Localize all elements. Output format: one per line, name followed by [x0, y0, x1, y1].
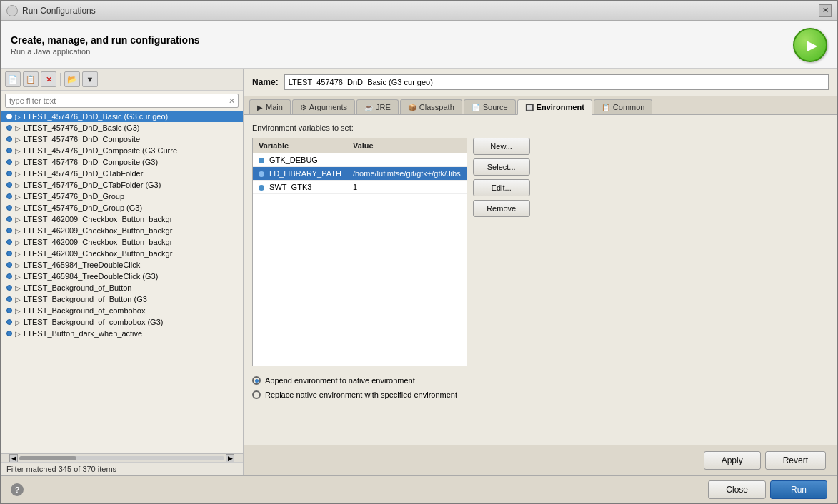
tree-item-3[interactable]: ▷ LTEST_457476_DnD_Composite (G3 Curre [1, 145, 243, 156]
item-radio-2 [6, 136, 12, 142]
tree-item-4[interactable]: ▷ LTEST_457476_DnD_Composite (G3) [1, 156, 243, 168]
left-panel: 📄 📋 ✕ 📂 ▼ ✕ ▷ LTEST_457476_DnD_Basic (G3… [1, 69, 244, 475]
select-env-btn[interactable]: Select... [473, 158, 530, 176]
table-row-0[interactable]: GTK_DEBUG [253, 153, 467, 167]
header-title: Create, manage, and run configurations [11, 34, 200, 46]
tree-list[interactable]: ▷ LTEST_457476_DnD_Basic (G3 cur geo) ▷ … [1, 111, 243, 453]
col-header-value: Value [347, 138, 467, 153]
scroll-right-btn[interactable]: ▶ [226, 454, 234, 463]
item-label-12: LTEST_462009_Checkbox_Button_backgr [24, 249, 172, 258]
radio-append[interactable]: Append environment to native environment [252, 376, 829, 385]
window-close-btn[interactable]: ✕ [819, 4, 832, 17]
item-radio-19 [6, 331, 12, 336]
jre-tab-icon: ☕ [364, 104, 373, 111]
row2-value: 1 [347, 181, 467, 194]
delete-btn[interactable]: ✕ [41, 71, 56, 87]
name-input[interactable] [284, 74, 829, 90]
item-icon-0: ▷ [15, 113, 21, 121]
tab-common[interactable]: 📋 Common [594, 99, 653, 114]
name-row: Name: [244, 69, 837, 96]
item-label-6: LTEST_457476_DnD_CTabFolder (G3) [24, 181, 161, 189]
tree-item-16[interactable]: ▷ LTEST_Background_of_Button (G3_ [1, 293, 243, 305]
row2-variable: SWT_GTK3 [253, 181, 347, 194]
item-label-14: LTEST_465984_TreeDoubleClick (G3) [24, 272, 158, 281]
item-label-18: LTEST_Background_of_combobox (G3) [24, 318, 163, 326]
tree-item-7[interactable]: ▷ LTEST_457476_DnD_Group [1, 191, 243, 202]
scrollbar-thumb[interactable] [19, 456, 76, 460]
common-tab-icon: 📋 [602, 104, 610, 111]
tree-item-10[interactable]: ▷ LTEST_462009_Checkbox_Button_backgr [1, 225, 243, 236]
tree-item-12[interactable]: ▷ LTEST_462009_Checkbox_Button_backgr [1, 248, 243, 259]
collapse-btn[interactable]: 📂 [64, 71, 80, 87]
tree-item-0[interactable]: ▷ LTEST_457476_DnD_Basic (G3 cur geo) [1, 111, 243, 122]
item-radio-1 [6, 125, 12, 131]
item-radio-13 [6, 262, 12, 268]
edit-env-btn[interactable]: Edit... [473, 179, 530, 196]
tree-item-9[interactable]: ▷ LTEST_462009_Checkbox_Button_backgr [1, 213, 243, 225]
tree-item-8[interactable]: ▷ LTEST_457476_DnD_Group (G3) [1, 202, 243, 213]
radio-replace-label: Replace native environment with specifie… [265, 390, 457, 399]
close-btn[interactable]: Close [708, 480, 766, 499]
env-section-label: Environment variables to set: [252, 124, 829, 132]
tab-classpath[interactable]: 📦 Classpath [400, 99, 462, 114]
tab-jre[interactable]: ☕ JRE [356, 99, 399, 114]
header-titles: Create, manage, and run configurations R… [11, 34, 200, 56]
duplicate-btn[interactable]: 📋 [23, 71, 39, 87]
radio-options: Append environment to native environment… [252, 376, 829, 399]
row2-icon [259, 185, 264, 191]
tree-item-18[interactable]: ▷ LTEST_Background_of_combobox (G3) [1, 316, 243, 328]
tree-item-19[interactable]: ▷ LTEST_Button_dark_when_active [1, 328, 243, 339]
item-radio-8 [6, 205, 12, 211]
env-table-container[interactable]: Variable Value GTK_DEBUG [252, 138, 467, 366]
tab-main-label: Main [266, 103, 283, 111]
tree-item-6[interactable]: ▷ LTEST_457476_DnD_CTabFolder (G3) [1, 179, 243, 191]
filter-clear-btn[interactable]: ✕ [226, 95, 238, 107]
tree-item-14[interactable]: ▷ LTEST_465984_TreeDoubleClick (G3) [1, 271, 243, 282]
item-icon-1: ▷ [15, 124, 21, 132]
table-row-1[interactable]: LD_LIBRARY_PATH /home/lufimtse/git/gtk+/… [253, 167, 467, 181]
remove-env-btn[interactable]: Remove [473, 200, 530, 217]
tab-main[interactable]: ▶ Main [249, 99, 291, 114]
tree-item-13[interactable]: ▷ LTEST_465984_TreeDoubleClick [1, 259, 243, 271]
tab-arguments[interactable]: ⚙ Arguments [292, 99, 355, 114]
table-row-area: Variable Value GTK_DEBUG [252, 138, 829, 366]
window-minimize-btn[interactable]: – [6, 5, 18, 16]
radio-replace[interactable]: Replace native environment with specifie… [252, 390, 829, 399]
tab-source[interactable]: 📄 Source [464, 99, 516, 114]
tree-item-11[interactable]: ▷ LTEST_462009_Checkbox_Button_backgr [1, 236, 243, 248]
run-btn[interactable]: Run [770, 480, 827, 499]
item-label-17: LTEST_Background_of_combobox [24, 306, 145, 315]
row1-variable: LD_LIBRARY_PATH [253, 167, 347, 181]
tree-item-1[interactable]: ▷ LTEST_457476_DnD_Basic (G3) [1, 122, 243, 133]
item-radio-11 [6, 239, 12, 245]
tree-item-17[interactable]: ▷ LTEST_Background_of_combobox [1, 305, 243, 316]
help-icon[interactable]: ? [11, 483, 24, 496]
tab-common-label: Common [613, 103, 645, 111]
horizontal-scrollbar[interactable]: ◀ ▶ [1, 453, 243, 462]
tree-item-15[interactable]: ▷ LTEST_Background_of_Button [1, 282, 243, 293]
tree-item-5[interactable]: ▷ LTEST_457476_DnD_CTabFolder [1, 168, 243, 179]
item-radio-12 [6, 251, 12, 256]
item-icon-19: ▷ [15, 330, 21, 338]
filter-input[interactable] [6, 94, 226, 107]
content-area: 📄 📋 ✕ 📂 ▼ ✕ ▷ LTEST_457476_DnD_Basic (G3… [1, 69, 837, 475]
title-bar-right: ✕ [819, 4, 832, 17]
run-icon[interactable] [793, 28, 827, 62]
view-menu-btn[interactable]: ▼ [82, 71, 98, 87]
table-row-2[interactable]: SWT_GTK3 1 [253, 181, 467, 194]
item-icon-3: ▷ [15, 147, 21, 155]
tab-environment[interactable]: 🔲 Environment [517, 99, 592, 115]
row0-variable: GTK_DEBUG [253, 153, 347, 167]
item-label-7: LTEST_457476_DnD_Group [24, 192, 124, 201]
item-icon-15: ▷ [15, 284, 21, 292]
tree-item-2[interactable]: ▷ LTEST_457476_DnD_Composite [1, 133, 243, 145]
revert-btn[interactable]: Revert [765, 451, 826, 470]
item-icon-7: ▷ [15, 193, 21, 201]
run-configurations-dialog: – Run Configurations ✕ Create, manage, a… [0, 0, 838, 504]
item-label-8: LTEST_457476_DnD_Group (G3) [24, 203, 142, 212]
new-config-btn[interactable]: 📄 [5, 71, 21, 87]
radio-append-label: Append environment to native environment [265, 376, 415, 385]
scroll-left-btn[interactable]: ◀ [9, 454, 18, 463]
apply-btn[interactable]: Apply [704, 451, 761, 470]
new-env-btn[interactable]: New... [473, 138, 530, 155]
